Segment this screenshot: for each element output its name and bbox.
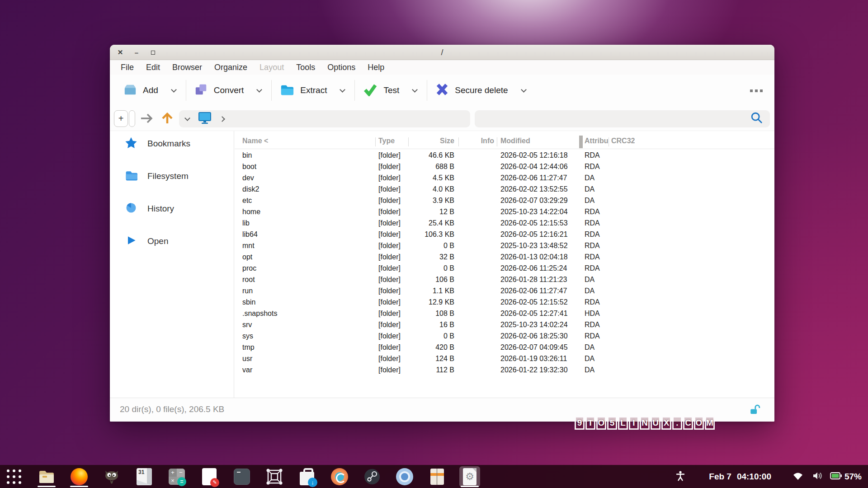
table-row[interactable]: lib64 [folder] 106.3 KB 2026-02-05 12:16…: [235, 229, 774, 240]
cell-size: 25.4 KB: [402, 219, 454, 227]
more-options-icon[interactable]: [750, 89, 763, 92]
cell-type: [folder]: [378, 163, 401, 171]
table-row[interactable]: mnt [folder] 0 B 2025-10-23 13:48:52 RDA: [235, 240, 774, 252]
column-header-size[interactable]: Size: [411, 137, 454, 145]
firefox-icon[interactable]: [69, 466, 90, 487]
convert-button[interactable]: Convert: [190, 79, 249, 102]
cell-modified: 2026-02-05 12:16:21: [500, 230, 568, 239]
menu-item-help[interactable]: Help: [368, 63, 384, 72]
text-editor-icon[interactable]: ✎: [199, 466, 220, 487]
chromium-icon[interactable]: [394, 466, 415, 487]
volume-icon[interactable]: [812, 471, 824, 483]
sidebar-item-bookmarks[interactable]: Bookmarks: [125, 136, 190, 151]
table-row[interactable]: run [folder] 1.1 KB 2026-02-06 11:27:47 …: [235, 286, 774, 297]
table-row[interactable]: dev [folder] 4.5 KB 2026-02-06 11:27:47 …: [235, 173, 774, 184]
menu-item-organize[interactable]: Organize: [214, 63, 247, 72]
table-row[interactable]: proc [folder] 0 B 2026-02-06 11:25:24 RD…: [235, 263, 774, 274]
watermark: 9TO5LINUX.COM: [575, 416, 715, 430]
terminal-icon[interactable]: [231, 466, 252, 487]
column-header-attributes[interactable]: Attributes: [585, 137, 608, 145]
table-row[interactable]: lib [folder] 25.4 KB 2026-02-05 12:15:53…: [235, 218, 774, 229]
search-input[interactable]: [475, 110, 770, 127]
table-row[interactable]: bin [folder] 46.6 KB 2026-02-05 12:16:18…: [235, 150, 774, 161]
table-row[interactable]: tmp [folder] 420 B 2026-02-07 04:09:45 D…: [235, 342, 774, 353]
sidebar-item-history[interactable]: History: [125, 201, 174, 216]
sidebar-item-filesystem[interactable]: Filesystem: [125, 169, 189, 184]
cell-size: 108 B: [402, 310, 454, 318]
table-row[interactable]: srv [folder] 16 B 2025-10-23 14:02:24 RD…: [235, 319, 774, 331]
gimp-icon[interactable]: [101, 466, 122, 487]
new-tab-button[interactable]: +: [114, 110, 128, 127]
calculator-icon[interactable]: +−×=: [166, 466, 187, 487]
chevron-down-icon[interactable]: [184, 115, 190, 121]
sidebar-item-open[interactable]: Open: [125, 234, 168, 249]
peazip-icon[interactable]: ⚙: [459, 466, 480, 487]
accessibility-icon[interactable]: [675, 470, 685, 483]
menu-item-browser[interactable]: Browser: [172, 63, 202, 72]
column-header-modified[interactable]: Modified: [500, 137, 530, 145]
cell-name: home: [242, 208, 260, 216]
software-store-icon[interactable]: ↓: [297, 466, 317, 487]
cell-modified: 2026-02-07 04:09:45: [500, 343, 568, 352]
column-header-info[interactable]: Info: [461, 137, 494, 145]
search-icon[interactable]: [750, 111, 764, 127]
image-viewer-icon[interactable]: [329, 466, 350, 487]
table-row[interactable]: home [folder] 12 B 2025-10-23 14:22:04 R…: [235, 206, 774, 218]
table-row[interactable]: sys [folder] 0 B 2026-02-06 18:25:30 RDA: [235, 331, 774, 342]
tab-list-button[interactable]: [129, 110, 135, 127]
cell-size: 3.9 KB: [402, 197, 454, 205]
files-icon[interactable]: [36, 466, 57, 487]
menu-item-options[interactable]: Options: [327, 63, 355, 72]
breadcrumb-bar[interactable]: [179, 110, 470, 127]
column-header-crc32[interactable]: CRC32: [611, 137, 635, 145]
add-dropdown-icon[interactable]: [171, 87, 177, 93]
convert-icon: [194, 83, 208, 98]
column-header-type[interactable]: Type: [378, 137, 395, 145]
menu-item-tools[interactable]: Tools: [296, 63, 315, 72]
tray-time: 04:10:00: [737, 472, 771, 482]
calendar-icon[interactable]: 31: [134, 466, 155, 487]
cell-attributes: DA: [585, 197, 594, 205]
table-row[interactable]: root [folder] 106 B 2026-01-28 11:21:23 …: [235, 274, 774, 286]
clock[interactable]: Feb 7 04:10:00: [709, 472, 771, 482]
secure-delete-button[interactable]: Secure delete: [431, 79, 512, 102]
secure-delete-dropdown-icon[interactable]: [521, 87, 527, 93]
cell-attributes: RDA: [585, 151, 600, 160]
column-divider[interactable]: [579, 136, 583, 148]
extract-button[interactable]: Extract: [275, 79, 331, 102]
cell-size: 4.5 KB: [402, 174, 454, 182]
column-header-name[interactable]: Name <: [242, 137, 268, 145]
table-row[interactable]: usr [folder] 124 B 2026-01-19 03:26:11 D…: [235, 353, 774, 365]
forward-arrow-icon[interactable]: [139, 112, 155, 127]
table-row[interactable]: var [folder] 112 B 2026-01-22 19:32:30 D…: [235, 365, 774, 376]
wifi-icon[interactable]: [792, 471, 804, 483]
test-dropdown-icon[interactable]: [412, 87, 418, 93]
extract-dropdown-icon[interactable]: [340, 87, 346, 93]
up-arrow-icon[interactable]: [160, 112, 174, 127]
computer-icon[interactable]: [198, 111, 212, 127]
table-row[interactable]: sbin [folder] 12.9 KB 2026-02-05 12:15:5…: [235, 297, 774, 308]
screenshot-tool-icon[interactable]: [264, 466, 285, 487]
watermark-letter: X: [661, 416, 671, 430]
cell-attributes: DA: [585, 276, 594, 284]
cell-modified: 2026-02-05 12:15:53: [500, 219, 568, 227]
table-row[interactable]: opt [folder] 32 B 2026-01-13 02:04:18 RD…: [235, 252, 774, 263]
steam-icon[interactable]: [362, 466, 382, 487]
convert-dropdown-icon[interactable]: [256, 87, 262, 93]
watermark-letter: 9: [575, 416, 585, 430]
archive-manager-icon[interactable]: [427, 466, 448, 487]
add-button[interactable]: Add: [119, 79, 163, 102]
test-button[interactable]: Test: [359, 79, 404, 102]
table-row[interactable]: .snapshots [folder] 108 B 2026-02-05 12:…: [235, 308, 774, 319]
table-row[interactable]: disk2 [folder] 4.0 KB 2026-02-02 13:52:5…: [235, 184, 774, 195]
table-row[interactable]: boot [folder] 688 B 2026-02-04 12:44:06 …: [235, 161, 774, 173]
titlebar[interactable]: ✕ – /: [110, 45, 774, 60]
cell-name: mnt: [242, 242, 255, 250]
table-row[interactable]: etc [folder] 3.9 KB 2026-02-07 03:29:29 …: [235, 195, 774, 206]
menu-item-file[interactable]: File: [121, 63, 134, 72]
unlock-icon[interactable]: [749, 404, 761, 418]
app-grid-icon[interactable]: [4, 466, 24, 487]
menu-item-edit[interactable]: Edit: [146, 63, 160, 72]
battery-icon[interactable]: [830, 472, 842, 481]
battery-percent: 57%: [844, 472, 862, 482]
